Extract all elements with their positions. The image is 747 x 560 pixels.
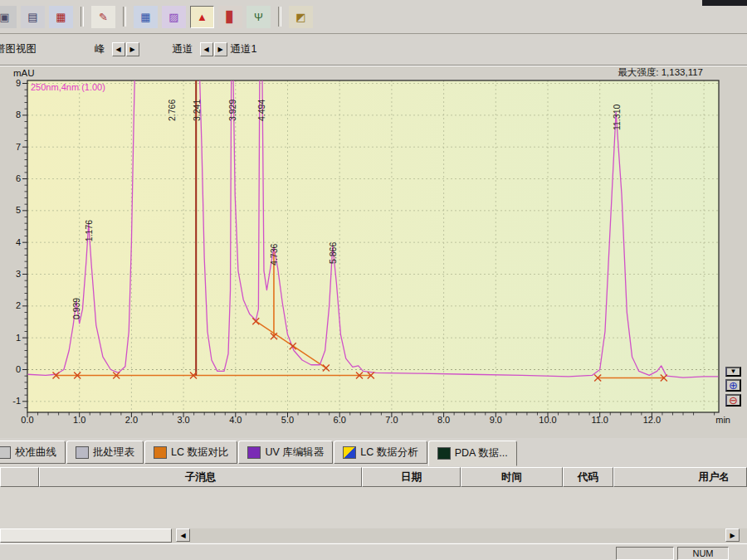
tab-pda-data[interactable]: PDA 数据... (428, 441, 517, 466)
toolbar-separator (81, 7, 84, 27)
svg-text:7: 7 (16, 142, 21, 152)
svg-text:6: 6 (16, 173, 21, 183)
tab-lc-analysis[interactable]: LC 数据分析 (334, 441, 427, 464)
chromatogram-view-icon: ▊ (227, 11, 235, 23)
batch-table-icon (76, 446, 89, 459)
tab-label: 校准曲线 (15, 446, 56, 460)
status-num-indicator: NUM (677, 547, 729, 560)
copy-icon: ▣ (0, 11, 10, 23)
print-icon[interactable]: ▤ (21, 6, 45, 28)
log-column-用户名[interactable]: 用户名 (613, 467, 747, 487)
channel-annotation: 250nm,4nm (1.00) (31, 82, 105, 92)
tab-uv-library[interactable]: UV 库编辑器 (238, 441, 333, 464)
horizontal-scrollbar[interactable]: ◀ ▶ (0, 528, 747, 543)
spectrum-view-icon: Ψ (254, 11, 263, 23)
edit-method-icon[interactable]: ✎ (91, 6, 115, 28)
view-bar: 谱图视图 峰 ◀ ▶ 通道 ◀ ▶ 通道1 (0, 34, 747, 66)
channel-prev-button[interactable]: ◀ (200, 42, 213, 56)
log-column-select[interactable] (0, 467, 39, 487)
peak-label-3.929: 3.929 (227, 100, 237, 121)
peak-label-11.310: 11.310 (612, 105, 622, 130)
peak-label-1.176: 1.176 (84, 220, 94, 241)
uv-library-icon (247, 446, 261, 459)
bottom-tab-bar: 校准曲线批处理表LC 数据对比UV 库编辑器LC 数据分析PDA 数据... (0, 438, 747, 470)
tab-batch-table[interactable]: 批处理表 (66, 441, 144, 464)
peak-label-5.866: 5.866 (328, 242, 338, 264)
chart-options-button[interactable]: ▼ (725, 367, 741, 377)
peak-prev-button[interactable]: ◀ (112, 42, 125, 56)
tab-label: LC 数据分析 (360, 446, 417, 460)
scroll-left-button[interactable]: ◀ (176, 528, 190, 542)
peak-view-icon[interactable]: ▲ (190, 6, 214, 28)
tab-label: 批处理表 (93, 446, 134, 460)
wizard-icon: ◩ (295, 11, 305, 23)
svg-text:0.0: 0.0 (21, 415, 33, 425)
tab-label: PDA 数据... (455, 446, 508, 460)
peak-next-button[interactable]: ▶ (126, 42, 139, 56)
channel-selector-label: 通道 (173, 42, 193, 56)
svg-text:0: 0 (16, 364, 21, 374)
log-column-时间[interactable]: 时间 (461, 467, 563, 487)
svg-text:1: 1 (16, 333, 21, 343)
tab-calibration-curve[interactable]: 校准曲线 (0, 441, 66, 464)
peak-selector-label: 峰 (95, 42, 105, 56)
svg-text:3.0: 3.0 (177, 415, 189, 425)
edit-method-icon: ✎ (99, 11, 108, 23)
log-column-代码[interactable]: 代码 (563, 467, 613, 487)
chromatogram-chart[interactable]: 0.01.02.03.04.05.06.07.08.09.010.011.012… (0, 66, 747, 439)
svg-text:1.0: 1.0 (73, 415, 85, 425)
x-axis-unit: min (715, 415, 730, 425)
svg-text:8.0: 8.0 (437, 415, 450, 425)
spectrum-view-icon[interactable]: Ψ (247, 6, 271, 28)
scroll-right-button[interactable]: ▶ (725, 528, 740, 542)
copy-icon[interactable]: ▣ (0, 6, 17, 28)
view-title: 谱图视图 (0, 42, 37, 56)
channel-next-button[interactable]: ▶ (214, 42, 227, 56)
tab-label: UV 库编辑器 (265, 446, 324, 460)
pda-data-icon (437, 447, 451, 460)
y-axis-unit: mAU (13, 68, 35, 78)
peak-view-icon: ▲ (197, 11, 208, 23)
max-intensity-readout: 最大强度: 1,133,117 (618, 67, 703, 77)
svg-text:2: 2 (16, 300, 21, 310)
lc-analysis-icon (343, 446, 356, 459)
svg-text:7.0: 7.0 (385, 415, 398, 425)
zoom-in-button[interactable]: ⊕ (725, 379, 741, 392)
batch-table-icon: ▦ (140, 11, 150, 23)
svg-text:9: 9 (16, 78, 21, 88)
report-export-icon[interactable]: ▦ (49, 6, 73, 28)
lc-compare-icon (154, 446, 167, 459)
calibration-curve-icon (0, 446, 11, 459)
log-column-日期[interactable]: 日期 (362, 467, 461, 487)
svg-text:4: 4 (16, 237, 21, 247)
svg-text:10.0: 10.0 (539, 415, 556, 425)
scrollbar-thumb[interactable] (0, 528, 172, 543)
log-table-header: 子消息日期时间代码用户名 (0, 467, 747, 487)
svg-text:12.0: 12.0 (643, 415, 661, 425)
peak-label-0.939: 0.939 (71, 298, 81, 319)
batch-table-icon[interactable]: ▦ (134, 6, 158, 28)
svg-text:2.0: 2.0 (125, 415, 138, 425)
log-table-body[interactable] (0, 487, 747, 528)
svg-text:3: 3 (16, 269, 21, 279)
status-bar: NUM (0, 543, 747, 560)
channel-value: 通道1 (231, 42, 257, 56)
toolbar-separator (278, 7, 281, 27)
zoom-out-button[interactable]: ⊖ (725, 394, 741, 407)
svg-text:8: 8 (16, 110, 21, 119)
titlebar-fragment (702, 0, 747, 6)
svg-text:5: 5 (16, 205, 21, 215)
contour-view-icon[interactable]: ▨ (162, 6, 186, 28)
chromatogram-panel[interactable]: 0.01.02.03.04.05.06.07.08.09.010.011.012… (0, 66, 747, 439)
svg-text:5.0: 5.0 (281, 415, 294, 425)
peak-label-4.736: 4.736 (269, 243, 279, 265)
toolbar-separator (123, 7, 126, 27)
svg-text:9.0: 9.0 (490, 415, 502, 425)
wizard-icon[interactable]: ◩ (289, 6, 313, 28)
svg-text:4.0: 4.0 (229, 415, 242, 425)
chromatogram-view-icon[interactable]: ▊ (218, 6, 242, 28)
peak-label-4.494: 4.494 (256, 100, 266, 121)
status-field-empty (616, 547, 674, 560)
log-column-子消息[interactable]: 子消息 (39, 467, 362, 487)
tab-lc-compare[interactable]: LC 数据对比 (144, 441, 237, 464)
